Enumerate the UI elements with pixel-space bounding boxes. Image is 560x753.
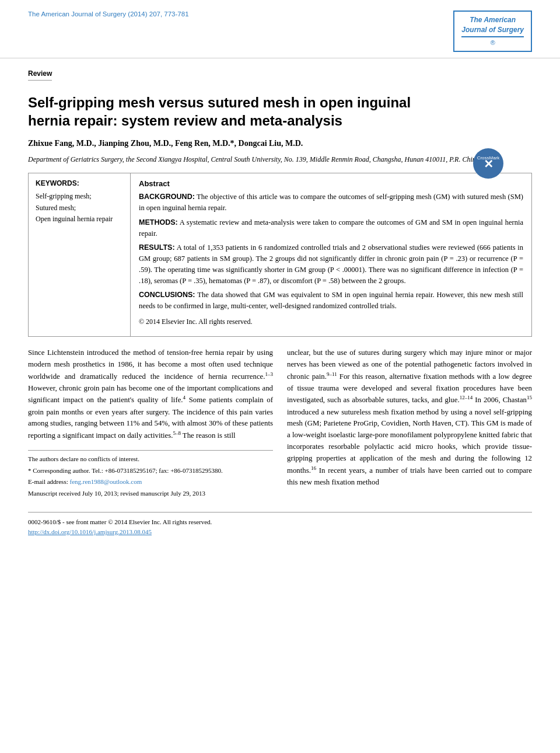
keywords-column: KEYWORDS: Self-gripping mesh; Sutured me… xyxy=(29,173,131,336)
body-left-text: Since Lichtenstein introduced the method… xyxy=(28,347,273,442)
main-content: Review Self-gripping mesh versus sutured… xyxy=(0,58,560,512)
body-right-text: unclear, but the use of sutures during s… xyxy=(287,347,532,489)
abstract-copyright: © 2014 Elsevier Inc. All rights reserved… xyxy=(139,316,523,327)
keywords-title: KEYWORDS: xyxy=(36,179,123,187)
affiliation: Department of Geriatrics Surgery, the Se… xyxy=(28,154,532,165)
abstract-methods: METHODS: A systematic review and meta-an… xyxy=(139,217,523,239)
results-text: A total of 1,353 patients in 6 randomize… xyxy=(139,243,523,284)
keyword-1: Self-gripping mesh; xyxy=(36,191,123,202)
crossmark-icon: CrossMark ✕ xyxy=(473,148,504,179)
corresponding-text: * Corresponding author. Tel.: +86-073185… xyxy=(28,467,223,474)
methods-label: METHODS: xyxy=(139,218,178,226)
article-title: Self-gripping mesh versus sutured mesh i… xyxy=(28,93,421,130)
journal-logo: The American Journal of Surgery ® xyxy=(453,11,532,52)
corresponding-note: * Corresponding author. Tel.: +86-073185… xyxy=(28,466,273,476)
conclusions-label: CONCLUSIONS: xyxy=(139,291,195,299)
footnotes: The authors declare no conflicts of inte… xyxy=(28,450,273,498)
abstract-column: Abstract BACKGROUND: The objective of th… xyxy=(131,173,531,336)
background-text: The objective of this article was to com… xyxy=(139,193,523,212)
section-type: Review xyxy=(28,69,52,81)
email-address: feng.ren1988@outlook.com xyxy=(69,478,142,485)
authors-text: Zhixue Fang, M.D., Jianping Zhou, M.D., … xyxy=(28,139,303,148)
abstract-results: RESULTS: A total of 1,353 patients in 6 … xyxy=(139,242,523,286)
methods-text: A systematic review and meta-analysis we… xyxy=(139,218,523,238)
journal-reference: The American Journal of Surgery (2014) 2… xyxy=(28,11,189,18)
page: The American Journal of Surgery (2014) 2… xyxy=(0,0,560,753)
issn-text: 0002-9610/$ - see front matter © 2014 El… xyxy=(28,517,532,528)
logo-symbol: ® xyxy=(461,39,524,47)
bottom-bar: 0002-9610/$ - see front matter © 2014 El… xyxy=(28,512,532,543)
manuscript-note: Manuscript received July 10, 2013; revis… xyxy=(28,489,273,499)
conclusions-text: The data showed that GM was equivalent t… xyxy=(139,291,523,310)
keyword-3: Open inguinal hernia repair xyxy=(36,214,123,225)
doi-link[interactable]: http://dx.doi.org/10.1016/j.amjsurg.2013… xyxy=(28,528,152,535)
body-columns: Since Lichtenstein introduced the method… xyxy=(28,347,532,500)
body-right-column: unclear, but the use of sutures during s… xyxy=(287,347,532,500)
svg-text:✕: ✕ xyxy=(484,158,494,170)
abstract-heading: Abstract xyxy=(139,179,523,188)
background-label: BACKGROUND: xyxy=(139,193,195,201)
results-label: RESULTS: xyxy=(139,243,175,252)
logo-title-line1: The American xyxy=(461,15,524,25)
top-bar: The American Journal of Surgery (2014) 2… xyxy=(0,0,560,58)
abstract-conclusions: CONCLUSIONS: The data showed that GM was… xyxy=(139,290,523,312)
logo-title-line2: Journal of Surgery xyxy=(461,25,524,35)
conflict-note: The authors declare no conflicts of inte… xyxy=(28,454,273,465)
body-left-column: Since Lichtenstein introduced the method… xyxy=(28,347,273,500)
crossmark-area: CrossMark ✕ xyxy=(473,148,504,182)
keyword-2: Sutured mesh; xyxy=(36,203,123,214)
logo-underline xyxy=(461,36,524,37)
abstract-background: BACKGROUND: The objective of this articl… xyxy=(139,191,523,214)
abstract-box: KEYWORDS: Self-gripping mesh; Sutured me… xyxy=(28,173,532,337)
title-area: Review Self-gripping mesh versus sutured… xyxy=(28,69,532,130)
email-note: E-mail address: feng.ren1988@outlook.com xyxy=(28,477,273,487)
authors: Zhixue Fang, M.D., Jianping Zhou, M.D., … xyxy=(28,139,532,148)
email-label: E-mail address: xyxy=(28,478,68,485)
